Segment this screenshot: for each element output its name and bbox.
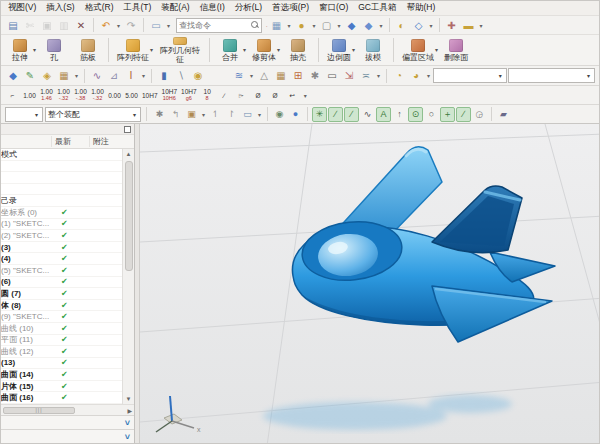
menu-7[interactable]: 首选项(P) <box>268 1 313 15</box>
fit-3[interactable]: 10H7g6 <box>180 87 198 103</box>
tree-row-17[interactable]: 曲线 (12)✔ <box>1 346 122 358</box>
corner-icon[interactable]: ⌐ <box>5 87 20 103</box>
paste-icon[interactable]: ▥ <box>56 17 72 33</box>
tree-row-9[interactable]: (4)✔ <box>1 253 122 265</box>
dim-2[interactable]: 1.001.46 <box>39 87 54 103</box>
cut-icon[interactable]: ✄ <box>22 17 38 33</box>
show-hide-icon[interactable]: ◐ <box>394 17 410 33</box>
column-latest[interactable]: 最新 <box>51 136 89 147</box>
tree-row-8[interactable]: (3)✔ <box>1 242 122 254</box>
cylinder-icon[interactable]: ▮ <box>156 68 172 84</box>
tree-row-3[interactable] <box>1 184 122 196</box>
midpoint-icon[interactable]: ∕ <box>344 107 359 122</box>
chevron-down-icon[interactable]: ▾ <box>435 46 438 53</box>
select-prev-icon[interactable]: ↰ <box>168 107 183 122</box>
window-icon[interactable]: ▭ <box>148 17 164 33</box>
menu-6[interactable]: 分析(L) <box>231 1 266 15</box>
datum-csys-icon[interactable]: ◈ <box>39 68 55 84</box>
return-icon[interactable]: ↩ <box>285 87 300 103</box>
redo-icon[interactable]: ↷ <box>123 17 139 33</box>
unite-button[interactable]: 合并▾ <box>213 35 247 65</box>
gears-icon[interactable]: ✱ <box>307 68 323 84</box>
tree-row-10[interactable]: (5) "SKETC...✔ <box>1 265 122 277</box>
dim-7[interactable]: 5.00 <box>124 87 139 103</box>
deviation-icon[interactable]: ⇲ <box>341 68 357 84</box>
tree-row-20[interactable]: 片体 (15)✔ <box>1 381 122 393</box>
navigator-horizontal-scrollbar[interactable]: ||| ▶ <box>1 404 134 415</box>
revolve-icon[interactable]: ◉ <box>190 68 206 84</box>
tree-row-19[interactable]: 曲面 (14)✔ <box>1 369 122 381</box>
column-note[interactable]: 附注 <box>89 136 134 147</box>
chevron-down-icon[interactable]: ▾ <box>73 72 80 79</box>
tree-row-1[interactable] <box>1 161 122 173</box>
arrow-up-icon[interactable]: ↑ <box>392 107 407 122</box>
hole-button[interactable]: 孔 <box>37 35 71 65</box>
chevron-down-icon[interactable]: ▾ <box>165 22 172 29</box>
chevron-down-icon[interactable]: ▾ <box>336 22 343 29</box>
selection-filter-combo[interactable]: ▾ <box>5 107 43 122</box>
edge-blend-button[interactable]: 边倒圆▾ <box>322 35 356 65</box>
chevron-down-icon[interactable]: ▾ <box>33 46 36 53</box>
through-curves-icon[interactable]: ≋ <box>231 68 247 84</box>
pattern-geometry-button[interactable]: 阵列几何特征 <box>154 35 206 65</box>
tree-row-7[interactable]: (2) "SKETC...✔ <box>1 230 122 242</box>
snap-view-icon[interactable]: ◆ <box>361 17 377 33</box>
menu-5[interactable]: 信息(I) <box>196 1 229 15</box>
sketch-curve-icon[interactable]: ∿ <box>89 68 105 84</box>
command-finder-input[interactable] <box>179 21 251 30</box>
background-icon[interactable]: ▢ <box>319 17 335 33</box>
selection-scope-combo[interactable]: 整个装配▾ <box>45 107 141 122</box>
sketch-dim-icon[interactable]: ⊿ <box>106 68 122 84</box>
menu-9[interactable]: GC工具箱 <box>354 1 400 15</box>
fit-4[interactable]: 108 <box>200 87 215 103</box>
orient-view-icon[interactable]: ◆ <box>344 17 360 33</box>
render-style-icon[interactable]: ● <box>294 17 310 33</box>
shaded-icon[interactable]: ● <box>288 107 303 122</box>
tree-row-4[interactable]: 己录 <box>1 195 122 207</box>
pattern-feature-button[interactable]: 阵列特征▾ <box>112 35 154 65</box>
highlight-icon[interactable]: ◉ <box>272 107 287 122</box>
up-select-icon[interactable]: ↿ <box>208 107 223 122</box>
flag-icon[interactable]: ⌲ <box>234 87 249 103</box>
chevron-down-icon[interactable]: ▾ <box>256 111 263 118</box>
chevron-down-icon[interactable]: ▾ <box>478 22 485 29</box>
scrollbar-thumb[interactable] <box>125 161 133 271</box>
tree-row-6[interactable]: (1) "SKETC...✔ <box>1 219 122 231</box>
value-combo[interactable]: ▾ <box>508 68 595 83</box>
person2-icon[interactable]: ◕ <box>408 68 424 84</box>
fit-icon[interactable]: ≍ <box>358 68 374 84</box>
pattern-plus-icon[interactable]: ⊞ <box>290 68 306 84</box>
diameter2-icon[interactable]: Ø <box>268 87 283 103</box>
chevron-down-icon[interactable]: ▾ <box>311 22 318 29</box>
delete-face-button[interactable]: 删除面 <box>439 35 473 65</box>
plus-icon[interactable]: ＋ <box>440 107 455 122</box>
fit-1[interactable]: 10H7 <box>141 87 159 103</box>
endpoint-icon[interactable]: ∕ <box>328 107 343 122</box>
tree-row-0[interactable]: 模式 <box>1 149 122 161</box>
chevron-down-icon[interactable]: ▾ <box>352 46 355 53</box>
menu-2[interactable]: 格式(R) <box>81 1 118 15</box>
auto-point-icon[interactable]: A <box>376 107 391 122</box>
rect-select-icon[interactable]: ▭ <box>240 107 255 122</box>
chevron-down-icon[interactable]: ▾ <box>115 22 122 29</box>
chevron-down-icon[interactable]: ▾ <box>140 72 147 79</box>
scroll-down-icon[interactable]: ▼ <box>126 394 132 404</box>
chevron-down-icon[interactable]: ▾ <box>200 111 207 118</box>
menu-8[interactable]: 窗口(O) <box>315 1 352 15</box>
tree-row-21[interactable]: 曲面 (16)✔ <box>1 392 122 404</box>
menu-3[interactable]: 工具(T) <box>120 1 156 15</box>
part-family-icon[interactable]: ▦ <box>56 68 72 84</box>
extrude-button[interactable]: 拉伸▾ <box>3 35 37 65</box>
trim-body-button[interactable]: 修剪体▾ <box>247 35 281 65</box>
viewport-3d[interactable]: x UG、 数控编程、模具培训 培训帮网 <box>140 124 599 443</box>
table-icon[interactable]: ▦ <box>273 68 289 84</box>
clipboard-icon[interactable]: ▣ <box>184 107 199 122</box>
dependencies-panel-bar[interactable]: ˅ <box>1 415 134 429</box>
chevron-down-icon[interactable]: ▾ <box>425 72 432 79</box>
tree-row-14[interactable]: (9) "SKETC...✔ <box>1 311 122 323</box>
draft-button[interactable]: 拔模 <box>356 35 390 65</box>
chevron-down-icon[interactable]: ▾ <box>150 46 153 53</box>
tree-row-18[interactable]: (13)✔ <box>1 358 122 370</box>
monitor-icon[interactable]: ▭ <box>324 68 340 84</box>
scrollbar-thumb[interactable]: ||| <box>3 407 75 414</box>
